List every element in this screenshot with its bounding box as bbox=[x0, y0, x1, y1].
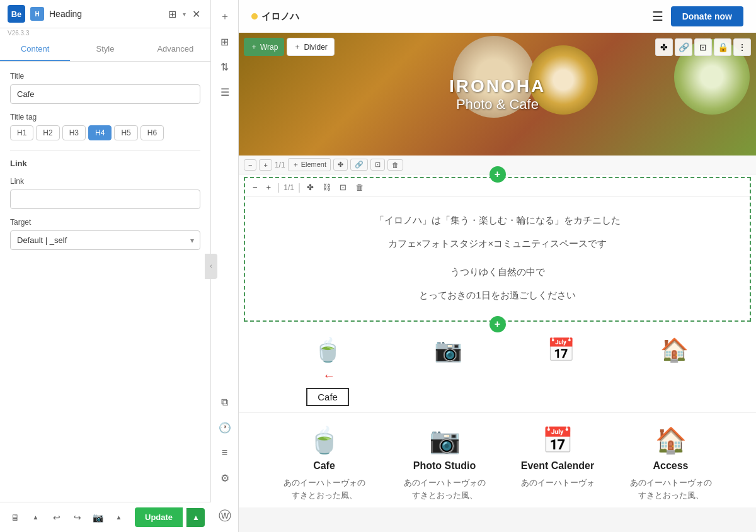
screenshot-button[interactable]: 📷 bbox=[89, 509, 106, 526]
version-label: V26.3.3 bbox=[0, 28, 210, 38]
title-label: Title bbox=[10, 72, 200, 81]
link-label: Link bbox=[10, 177, 200, 186]
icons-row: 🍵 ← Cafe 📷 📅 🏠 bbox=[239, 324, 756, 412]
hero-toolbar: ＋ Wrap ＋ Divider ✤ 🔗 ⊡ 🔒 ⋮ bbox=[239, 38, 756, 56]
photo-studio-icon: 📷 bbox=[434, 337, 462, 363]
panel-collapse-handle[interactable]: ‹ bbox=[205, 254, 217, 279]
update-button[interactable]: Update bbox=[135, 507, 183, 527]
japanese-line-4: とっておきの1日をお過ごしください bbox=[270, 285, 724, 305]
copy-el-btn[interactable]: ⊡ bbox=[370, 159, 385, 171]
red-arrow-icon: ← bbox=[323, 368, 335, 383]
panel-header: Be H Heading ⊞ ▾ ✕ bbox=[0, 0, 210, 28]
mini-plus-btn[interactable]: + bbox=[264, 181, 274, 193]
tag-h4-button[interactable]: H4 bbox=[88, 125, 112, 140]
wordpress-icon[interactable]: ⓦ bbox=[214, 504, 236, 527]
tag-h6-button[interactable]: H6 bbox=[140, 125, 164, 140]
tab-content[interactable]: Content bbox=[0, 38, 70, 61]
filter-icon[interactable]: ≡ bbox=[214, 441, 236, 464]
layers-icon[interactable]: ⧉ bbox=[214, 391, 236, 414]
icon-item-cafe: 🍵 ← Cafe bbox=[306, 337, 349, 406]
settings-icon[interactable]: ⚙ bbox=[214, 467, 236, 489]
mini-link-btn[interactable]: ⛓ bbox=[320, 181, 333, 193]
hero-section: IRONOHA Photo & Cafe ＋ Wrap ＋ Divider ✤ … bbox=[239, 33, 756, 174]
add-section-button-2[interactable]: + bbox=[490, 316, 506, 332]
history-icon[interactable]: 🕐 bbox=[214, 416, 236, 439]
mini-counter: 1/1 bbox=[284, 183, 294, 192]
logo-area: イロノハ bbox=[251, 11, 299, 23]
icon-item-access: 🏠 bbox=[660, 337, 689, 363]
icon-item-photo: 📷 bbox=[434, 337, 462, 363]
more-icon-btn[interactable]: ⋮ bbox=[733, 38, 751, 56]
tag-h2-button[interactable]: H2 bbox=[36, 125, 59, 140]
target-label: Target bbox=[10, 218, 200, 227]
heading-icon: H bbox=[30, 7, 44, 21]
wrap-button[interactable]: ＋ Wrap bbox=[244, 38, 284, 56]
close-panel-button[interactable]: ✕ bbox=[190, 7, 203, 21]
add-section-button-1[interactable]: + bbox=[490, 166, 506, 183]
title-input[interactable] bbox=[10, 84, 200, 104]
bottom-photo-desc: あのイーハトーヴォのすきとおった風、 bbox=[401, 477, 489, 501]
japanese-line-2: カフェ×フォトスタジオ×コミュニティスペースです bbox=[270, 233, 724, 254]
divider-button[interactable]: ＋ Divider bbox=[287, 38, 334, 56]
camera-up-btn[interactable]: ▲ bbox=[110, 509, 127, 526]
link-el-btn[interactable]: 🔗 bbox=[350, 159, 368, 171]
hamburger-menu-icon[interactable]: ☰ bbox=[652, 9, 663, 24]
bottom-access-icon: 🏠 bbox=[655, 426, 687, 455]
event-calendar-icon: 📅 bbox=[547, 337, 575, 363]
link-icon-btn[interactable]: 🔗 bbox=[675, 38, 692, 56]
monitor-icon-btn[interactable]: 🖥 bbox=[6, 509, 23, 526]
undo-button[interactable]: ↩ bbox=[48, 509, 65, 526]
bottom-event-desc: あのイーハトーヴォ bbox=[521, 477, 595, 489]
mini-move-btn[interactable]: ✤ bbox=[304, 181, 316, 193]
japanese-text-block: 「イロノハ」は「集う・楽しむ・輪になる」をカチニした カフェ×フォトスタジオ×コ… bbox=[245, 197, 750, 320]
panel-tabs: Content Style Advanced bbox=[0, 38, 210, 62]
pages-icon[interactable]: ☰ bbox=[214, 81, 236, 103]
mini-copy-btn[interactable]: ⊡ bbox=[337, 181, 349, 193]
bottom-event-icon: 📅 bbox=[542, 426, 573, 455]
selected-element: − + | 1/1 | ✤ ⛓ ⊡ 🗑 「イロノハ」は「集う・楽しむ・輪になる」… bbox=[244, 177, 751, 322]
move-el-btn[interactable]: ✤ bbox=[333, 159, 348, 171]
tab-advanced[interactable]: Advanced bbox=[140, 38, 210, 61]
hero-toolbar-right: ✤ 🔗 ⊡ 🔒 ⋮ bbox=[655, 38, 751, 56]
target-select-wrapper: Default | _self _blank _parent _top bbox=[10, 230, 200, 250]
duplicate-icon-btn[interactable]: ⊡ bbox=[694, 38, 712, 56]
tag-h3-button[interactable]: H3 bbox=[62, 125, 86, 140]
tag-h5-button[interactable]: H5 bbox=[114, 125, 137, 140]
panel-header-actions: ⊞ ▾ ✕ bbox=[166, 7, 203, 21]
donate-button[interactable]: Donate now bbox=[671, 6, 743, 26]
move-icon-btn[interactable]: ✤ bbox=[655, 38, 673, 56]
layout-arrow[interactable]: ▾ bbox=[183, 11, 186, 18]
redo-button[interactable]: ↪ bbox=[69, 509, 86, 526]
title-tag-label: Title tag bbox=[10, 113, 200, 122]
bottom-cafe-desc: あのイーハトーヴォのすきとおった風、 bbox=[280, 477, 369, 501]
lock-icon-btn[interactable]: 🔒 bbox=[714, 38, 731, 56]
trash-el-btn[interactable]: 🗑 bbox=[387, 159, 403, 171]
bottom-icon-access: 🏠 Access あのイーハトーヴォのすきとおった風、 bbox=[627, 426, 715, 501]
minus-btn[interactable]: − bbox=[244, 159, 256, 171]
up-arrow-btn[interactable]: ▲ bbox=[27, 509, 44, 526]
bottom-icons-section: 🍵 Cafe あのイーハトーヴォのすきとおった風、 📷 Photo Studio… bbox=[239, 412, 756, 507]
plus-icon-divider: ＋ bbox=[294, 42, 301, 52]
logo-dot bbox=[251, 13, 258, 20]
link-input[interactable] bbox=[10, 190, 200, 209]
element-btn[interactable]: ＋ Element bbox=[288, 158, 331, 171]
plus-btn-el[interactable]: + bbox=[259, 159, 272, 171]
mini-delete-btn[interactable]: 🗑 bbox=[353, 181, 366, 193]
update-arrow-button[interactable]: ▲ bbox=[186, 508, 205, 527]
bottom-cafe-title: Cafe bbox=[313, 460, 335, 472]
bottom-access-desc: あのイーハトーヴォのすきとおった風、 bbox=[627, 477, 715, 501]
bottom-icon-cafe: 🍵 Cafe あのイーハトーヴォのすきとおった風、 bbox=[280, 426, 369, 501]
add-element-icon[interactable]: ＋ bbox=[214, 5, 236, 28]
plus-icon: ＋ bbox=[250, 42, 258, 52]
mini-minus-btn[interactable]: − bbox=[250, 181, 260, 193]
hero-toolbar-left: ＋ Wrap ＋ Divider bbox=[244, 38, 335, 56]
layout-toggle-button[interactable]: ⊞ bbox=[166, 7, 179, 21]
grid-icon[interactable]: ⊞ bbox=[214, 30, 236, 53]
text-content-section: − + | 1/1 | ✤ ⛓ ⊡ 🗑 「イロノハ」は「集う・楽しむ・輪になる」… bbox=[239, 174, 756, 324]
bottom-event-title: Event Calender bbox=[521, 460, 594, 472]
target-select[interactable]: Default | _self _blank _parent _top bbox=[10, 230, 200, 250]
tab-style[interactable]: Style bbox=[70, 38, 140, 61]
bottom-icon-photo: 📷 Photo Studio あのイーハトーヴォのすきとおった風、 bbox=[401, 426, 489, 501]
tag-h1-button[interactable]: H1 bbox=[10, 125, 33, 140]
sort-icon[interactable]: ⇅ bbox=[214, 55, 236, 78]
